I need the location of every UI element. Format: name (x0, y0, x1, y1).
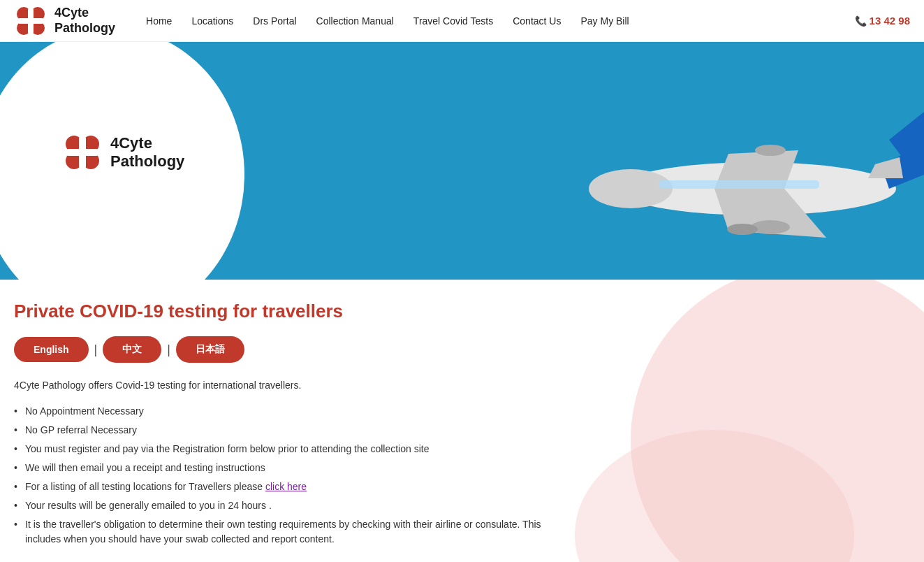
nav-pay-bill[interactable]: Pay My Bill (571, 15, 638, 27)
airplane-icon (589, 98, 924, 280)
logo-line1: 4Cyte (54, 6, 115, 21)
svg-rect-18 (659, 180, 819, 189)
hero-logo-line1: 4Cyte (110, 134, 184, 152)
content-inner: Private COVID-19 testing for travellers … (14, 301, 545, 549)
navbar-logo[interactable]: 4Cyte Pathology (14, 4, 115, 38)
hero-logo-text: 4Cyte Pathology (110, 134, 184, 171)
list-item: You must register and pay via the Regist… (14, 440, 545, 459)
click-here-link[interactable]: click here (265, 481, 307, 492)
page-title: Private COVID-19 testing for travellers (14, 301, 545, 322)
nav-phone[interactable]: 📞 13 42 98 (855, 15, 910, 27)
list-item-obligation: It is the traveller's obligation to dete… (14, 515, 545, 549)
list-item: No GP referral Necessary (14, 421, 545, 440)
svg-point-19 (751, 220, 790, 234)
nav-collection-manual[interactable]: Collection Manual (307, 15, 404, 27)
svg-marker-17 (868, 157, 903, 178)
navbar-logo-text: 4Cyte Pathology (54, 6, 115, 36)
chinese-btn[interactable]: 中文 (103, 336, 161, 363)
hero-logo-icon (63, 133, 102, 172)
bullet-list: No Appointment Necessary No GP referral … (14, 402, 545, 549)
nav-locations[interactable]: Locations (182, 15, 243, 27)
hero-logo: 4Cyte Pathology (63, 133, 184, 172)
main-content: Private COVID-19 testing for travellers … (0, 280, 924, 562)
navbar: 4Cyte Pathology Home Locations Drs Porta… (0, 0, 924, 42)
list-item: Your results will be generally emailed t… (14, 496, 545, 515)
nav-links: Home Locations Drs Portal Collection Man… (136, 15, 855, 27)
list-item: We will then email you a receipt and tes… (14, 459, 545, 477)
japanese-btn[interactable]: 日本語 (176, 336, 244, 363)
lang-divider-2: | (167, 343, 170, 357)
svg-point-20 (727, 224, 758, 235)
hero-logo-line2: Pathology (110, 152, 184, 171)
nav-drs-portal[interactable]: Drs Portal (243, 15, 306, 27)
lang-buttons: English | 中文 | 日本語 (14, 336, 545, 363)
nav-travel-covid[interactable]: Travel Covid Tests (404, 15, 503, 27)
nav-contact-us[interactable]: Contact Us (503, 15, 571, 27)
phone-number: 13 42 98 (870, 15, 910, 27)
phone-icon: 📞 (855, 15, 867, 27)
english-btn[interactable]: English (14, 337, 89, 362)
logo-line2: Pathology (54, 21, 115, 36)
nav-home[interactable]: Home (136, 15, 182, 27)
lang-divider-1: | (94, 343, 98, 357)
hero-banner: 4Cyte Pathology (0, 42, 924, 280)
list-item-click: For a listing of all testing locations f… (14, 477, 545, 496)
list-item: No Appointment Necessary (14, 402, 545, 421)
svg-point-21 (755, 145, 786, 156)
svg-rect-5 (18, 18, 43, 24)
svg-rect-11 (67, 149, 98, 156)
intro-text: 4Cyte Pathology offers Covid-19 testing … (14, 380, 545, 391)
logo-icon (14, 4, 47, 38)
svg-point-13 (589, 169, 673, 208)
